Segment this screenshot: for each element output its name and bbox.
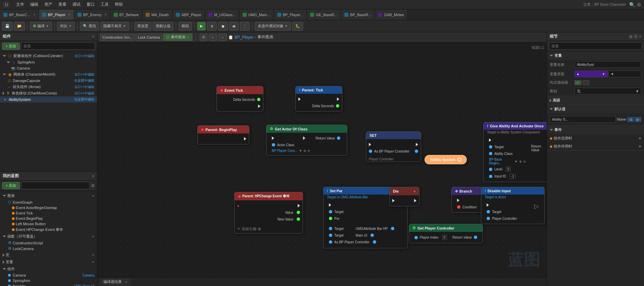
compiler-results-close[interactable]: × <box>125 280 127 284</box>
mybp-camera-var[interactable]: Camera Camera <box>0 273 97 278</box>
default-right-btn[interactable]: ▷ <box>635 117 641 122</box>
mybp-settings-button[interactable]: ⚙ <box>91 183 95 188</box>
save-button[interactable]: 💾 <box>2 22 13 31</box>
find-button[interactable]: 🔍 查找 <box>80 22 99 31</box>
node-die[interactable]: Die ● <box>389 187 419 206</box>
mybp-close[interactable]: × <box>92 174 94 178</box>
blueprint-canvas[interactable]: 缩放1:1 <box>97 42 547 277</box>
nav-back[interactable]: ⊙ <box>200 34 207 41</box>
tab-bp-baser[interactable]: BP_BaseR... <box>341 9 375 20</box>
simulate-button[interactable]: 模拟 <box>179 22 192 31</box>
comp-item-abilitysystem[interactable]: ✦ AbilitySystem 在蓝图中编辑 <box>0 96 97 103</box>
detail-category-select[interactable]: 无 ▼ <box>575 88 641 94</box>
lock-camera-tab[interactable]: Lock Camera <box>136 34 162 41</box>
breadcrumb-root[interactable]: BP_Player <box>235 35 254 40</box>
compiler-results-tab[interactable]: 编译器结果 × <box>100 278 131 286</box>
hide-unrelated-button[interactable]: 隐藏不相关 ▼ <box>100 22 129 31</box>
tab-close-1[interactable]: × <box>68 13 70 16</box>
menu-edit[interactable]: 编辑 <box>28 1 41 8</box>
detail-var-name-value[interactable]: AbilitySyst <box>575 61 641 68</box>
settings-icon[interactable]: ⚙ <box>637 2 641 7</box>
details-table-icon[interactable]: ⊞ <box>629 34 633 39</box>
comp-item-damagecapsule[interactable]: ⬡ DamageCapsule 在蓝图中编辑 <box>0 78 97 84</box>
node-ability-system[interactable]: Ability System <box>425 155 467 164</box>
nav-prev[interactable]: ← <box>209 34 217 41</box>
mybp-newvar[interactable]: NewVar UMG Main UI <box>0 283 97 286</box>
node-get-player-ctrl[interactable]: ⚙ Get Player Controller Player Index 0 <box>409 224 483 243</box>
add-pin-button[interactable]: ÷ 添加引脚 ⊕ <box>235 224 303 233</box>
mybp-lock-camera[interactable]: ⚙ LockCamera <box>0 246 97 251</box>
component-search-input[interactable] <box>21 42 95 50</box>
menu-asset[interactable]: 资产 <box>42 1 55 8</box>
mybp-actor-begin-overlap[interactable]: Event ActorBeginOverlap <box>0 205 97 210</box>
cinematic-toggle-false[interactable]: ✓ <box>575 80 581 85</box>
cinematic-toggle-true[interactable] <box>583 80 589 85</box>
debug-options[interactable]: 🐛 <box>292 22 303 31</box>
comp-item-arrow[interactable]: → 前头组件 (Arrow) 在C++中编辑 <box>0 84 97 90</box>
mybp-hpchange-event[interactable]: Event HPChange Event 事件 <box>0 227 97 233</box>
section-add-graph[interactable]: + <box>92 194 94 198</box>
section-add-func[interactable]: + <box>92 234 94 239</box>
details-events-header[interactable]: 事件 <box>547 126 644 134</box>
tab-bp-player2[interactable]: BP_Player... <box>274 9 307 20</box>
details-close[interactable]: × <box>639 34 641 39</box>
node-hpchange[interactable]: ◆ Parent: HPChange Event 事件 ● Value New … <box>234 192 303 234</box>
event-graph-tab[interactable]: ⬡ 事件图表 × <box>163 33 192 41</box>
tab-bp-player[interactable]: BP_Player × <box>39 9 74 20</box>
more-play-options[interactable]: ⋮ <box>240 22 250 31</box>
event-disable-button[interactable]: ◆ 组件停用时 + <box>547 142 644 150</box>
add-component-button[interactable]: + 添加 <box>2 43 20 50</box>
tab-gab-melee[interactable]: GAB_Melee <box>375 9 407 20</box>
section-add-var[interactable]: + <box>92 260 94 264</box>
class-default-button[interactable]: 类默认值 <box>153 22 174 31</box>
mybp-construction-script[interactable]: ⚙ ConstructionScript <box>0 240 97 246</box>
node-disable-input[interactable]: f Disable Input Target is Actor Target <box>481 187 545 224</box>
comp-item-camera[interactable]: 📷 Camera <box>0 65 97 71</box>
default-left-btn[interactable]: ◁ <box>627 117 634 122</box>
mybp-event-beginplay[interactable]: Event BeginPlay <box>0 216 97 221</box>
menu-debug[interactable]: 调试 <box>70 1 83 8</box>
detail-ability-select[interactable]: Ability S... <box>550 116 616 123</box>
details-default-header[interactable]: 默认值 <box>547 105 644 113</box>
event-enable-button[interactable]: ◆ 组件启用时 + <box>547 134 644 142</box>
details-list-icon[interactable]: ☰ <box>634 34 638 39</box>
tab-umg-main[interactable]: UMG_Main... <box>239 9 274 20</box>
tab-abp-player[interactable]: ABP_Player <box>172 9 205 20</box>
node-parent-tick[interactable]: f Parent: Tick Delta Seconds <box>295 86 342 112</box>
tab-m-uiglass[interactable]: M_UIGlass... <box>205 9 239 20</box>
menu-file[interactable]: 文件 <box>13 1 27 8</box>
mybp-event-tick[interactable]: Event Tick <box>0 210 97 216</box>
tab-bp-basec[interactable]: BP_BaseC... × <box>0 9 39 20</box>
menu-tools[interactable]: 工具 <box>98 1 111 8</box>
tab-ge-baser[interactable]: GE_BaseR... <box>307 9 341 20</box>
node-get-actor[interactable]: ⚙ Get Actor Of Class Actor Class <box>266 125 347 156</box>
browse-button[interactable]: 📂 <box>14 22 25 31</box>
mybp-search-input[interactable] <box>21 182 90 189</box>
tab-bt-behave[interactable]: BT_Behave <box>110 9 142 20</box>
node-give-ability[interactable]: f Give Ability And Activate Once Target … <box>483 122 547 182</box>
diff-button[interactable]: 对比 ▼ <box>57 22 75 31</box>
details-search-input[interactable] <box>549 42 642 50</box>
comp-item-charmove[interactable]: 🏃 角色移动 (CharMoveComp) 在C++中编辑 <box>0 90 97 96</box>
tab-ma-death[interactable]: MA_Death <box>142 9 172 20</box>
comp-item-capsule[interactable]: ⬡ 胶囊体组件 (CollisionCylinder) 在C++中编辑 <box>0 53 97 59</box>
play-button[interactable]: ▶ <box>197 22 206 31</box>
section-macros[interactable]: 宏 + <box>0 251 97 258</box>
mybp-left-mouse-button[interactable]: Left Mouse Button <box>0 221 97 227</box>
details-advanced-header[interactable]: 高级 <box>547 96 644 105</box>
debug-target-selector[interactable]: 未选中调试对象 ▼ <box>255 22 291 31</box>
compile-button[interactable]: ⚙ 编译 ▼ <box>30 22 52 31</box>
section-functions[interactable]: 函数（37可覆盖） + <box>0 233 97 240</box>
section-add-macro[interactable]: + <box>92 253 94 257</box>
pause-button[interactable]: ⏸ <box>207 22 217 31</box>
construction-script-tab[interactable]: Construction Scr... <box>100 34 135 41</box>
tab-bp-enemy[interactable]: BP_Enemy × <box>74 9 110 20</box>
nav-next[interactable]: → <box>218 34 227 41</box>
add-mybp-button[interactable]: + 添加 <box>2 182 20 189</box>
section-graph[interactable]: 图表 + <box>0 192 97 199</box>
search-icon[interactable]: 🔍 <box>629 2 635 7</box>
components-close[interactable]: × <box>92 34 94 39</box>
node-set[interactable]: SET As BP Player Controller Player Contr… <box>366 131 421 162</box>
tab-close-0[interactable]: × <box>33 13 35 16</box>
menu-help[interactable]: 帮助 <box>112 1 126 8</box>
